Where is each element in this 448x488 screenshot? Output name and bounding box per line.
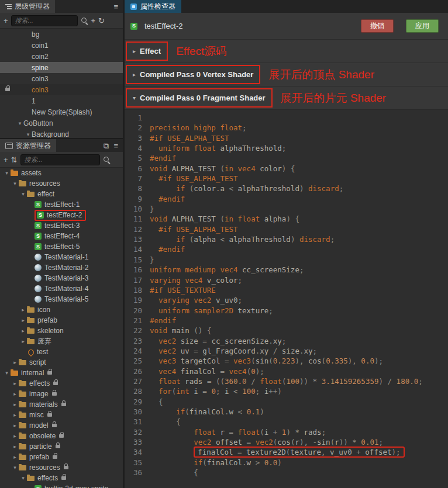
hierarchy-item-new-sprite(splash)[interactable]: New Sprite(Splash) — [0, 106, 123, 117]
chevron-right-icon[interactable]: ▸ — [12, 380, 18, 386]
chevron-down-icon[interactable]: ▾ — [16, 120, 23, 126]
popout-icon[interactable]: ⧉ — [104, 142, 109, 150]
code-text: } — [150, 204, 154, 214]
assets-search-input[interactable] — [20, 154, 100, 165]
panel-menu-icon[interactable]: ≡ — [113, 142, 118, 150]
hierarchy-item-1[interactable]: 1 — [0, 95, 123, 106]
asset-item-resources[interactable]: ▾resources — [0, 462, 123, 473]
chevron-right-icon[interactable]: ▸ — [12, 433, 18, 439]
line-number: 4 — [127, 143, 142, 153]
chevron-down-icon[interactable]: ▾ — [4, 170, 10, 176]
asset-item-obsolete[interactable]: ▸obsolete — [0, 431, 123, 441]
asset-item-testmaterial-4[interactable]: TestMaterial-4 — [0, 283, 123, 294]
asset-item-materials[interactable]: ▸materials — [0, 399, 123, 410]
chevron-right-icon[interactable]: ▸ — [12, 444, 18, 449]
add-asset-button[interactable]: + — [4, 156, 8, 164]
chevron-right-icon[interactable]: ▸ — [20, 328, 26, 334]
folder-icon — [19, 402, 26, 407]
asset-item-builtin-2d-gray-sprite[interactable]: builtin-2d-gray-sprite — [0, 483, 123, 488]
hierarchy-item-coin2[interactable]: coin2 — [0, 51, 123, 62]
shader-code-viewer[interactable]: 12precision highp float;3#if USE_ALPHA_T… — [125, 109, 448, 488]
chevron-right-icon[interactable]: ▸ — [12, 423, 18, 428]
lock-icon — [47, 371, 52, 375]
chevron-down-icon[interactable]: ▾ — [133, 95, 136, 101]
add-node-button[interactable]: + — [4, 17, 8, 25]
chevron-right-icon[interactable]: ▸ — [133, 71, 136, 78]
chevron-right-icon[interactable]: ▸ — [12, 391, 18, 397]
search-icon[interactable] — [103, 156, 111, 164]
hierarchy-item-gobutton[interactable]: ▾GoButton — [0, 117, 123, 129]
hierarchy-search-input[interactable] — [11, 15, 78, 26]
asset-item-testmaterial-5[interactable]: TestMaterial-5 — [0, 294, 123, 304]
asset-item-testmaterial-2[interactable]: TestMaterial-2 — [0, 262, 123, 273]
line-number: 11 — [127, 214, 142, 224]
chevron-right-icon[interactable]: ▸ — [12, 359, 18, 365]
asset-item-resources[interactable]: ▾resources — [0, 178, 123, 189]
asset-item-particle[interactable]: ▸particle — [0, 441, 123, 452]
annotation-box[interactable]: ▸ Effect — [126, 41, 168, 61]
chevron-right-icon[interactable]: ▸ — [20, 307, 26, 313]
asset-item-effect[interactable]: ▾effect — [0, 189, 123, 199]
line-number: 13 — [127, 234, 142, 244]
refresh-icon[interactable]: ↻ — [98, 17, 105, 25]
hierarchy-item-coin3[interactable]: coin3 — [0, 84, 123, 95]
undo-button[interactable]: 撤销 — [361, 19, 394, 33]
chevron-down-icon[interactable]: ▾ — [4, 370, 10, 376]
chevron-down-icon[interactable]: ▾ — [12, 181, 18, 186]
asset-item-testeffect-1[interactable]: testEffect-1 — [0, 199, 123, 210]
asset-item-prefab[interactable]: ▸prefab — [0, 315, 123, 326]
asset-item-model[interactable]: ▸model — [0, 420, 123, 431]
chevron-right-icon[interactable]: ▸ — [12, 412, 18, 418]
asset-item-废弃[interactable]: ▸废弃 — [0, 336, 123, 347]
asset-item-testeffect-2[interactable]: testEffect-2 — [0, 210, 123, 220]
asset-item-testeffect-5[interactable]: testEffect-5 — [0, 241, 123, 252]
apply-button[interactable]: 应用 — [406, 19, 439, 33]
asset-item-effects[interactable]: ▾effects — [0, 473, 123, 483]
chevron-right-icon[interactable]: ▸ — [20, 338, 26, 344]
chevron-down-icon[interactable]: ▾ — [20, 475, 26, 481]
code-text: #endif — [150, 153, 176, 163]
code-line: 28 for(int i = 0; i < 100; i++) — [127, 386, 448, 396]
asset-label: materials — [29, 400, 58, 409]
code-line: 20 uniform sampler2D texture; — [127, 306, 448, 316]
sort-icon[interactable]: ⇅ — [11, 156, 18, 164]
hierarchy-item-coin1[interactable]: coin1 — [0, 40, 123, 51]
asset-label: internal — [21, 369, 44, 377]
chevron-down-icon[interactable]: ▾ — [25, 131, 32, 137]
asset-item-test[interactable]: test — [0, 347, 123, 357]
asset-label: TestMaterial-1 — [44, 253, 88, 261]
annotation-box[interactable]: ▸ Compiled Pass 0 Vertex Shader — [126, 65, 260, 84]
tab-hierarchy[interactable]: 层级管理器 — [0, 0, 55, 13]
chevron-down-icon[interactable]: ▾ — [12, 465, 18, 470]
code-line: 11void ALPHA_TEST (in float alpha) { — [127, 214, 448, 224]
panel-menu-icon[interactable]: ≡ — [113, 3, 118, 11]
hierarchy-item-bg[interactable]: bg — [0, 29, 123, 40]
asset-item-icon[interactable]: ▸icon — [0, 304, 123, 315]
chevron-right-icon[interactable]: ▸ — [12, 454, 18, 460]
asset-item-misc[interactable]: ▸misc — [0, 410, 123, 420]
asset-item-script[interactable]: ▸script — [0, 357, 123, 368]
asset-item-testmaterial-3[interactable]: TestMaterial-3 — [0, 273, 123, 283]
search-icon[interactable] — [81, 17, 88, 25]
target-icon[interactable]: ⌖ — [91, 17, 95, 25]
tab-assets[interactable]: 资源管理器 — [0, 139, 56, 152]
hierarchy-item-spine[interactable]: spine — [0, 62, 123, 73]
tab-inspector[interactable]: 属性检查器 — [125, 0, 181, 13]
annotation-box[interactable]: ▾ Compiled Pass 0 Fragment Shader — [126, 88, 273, 108]
chevron-right-icon[interactable]: ▸ — [20, 317, 26, 323]
hierarchy-item-background[interactable]: ▾Background — [0, 129, 123, 138]
asset-item-image[interactable]: ▸image — [0, 389, 123, 399]
asset-item-testeffect-4[interactable]: testEffect-4 — [0, 231, 123, 241]
chevron-down-icon[interactable]: ▾ — [20, 191, 26, 197]
hierarchy-item-coin3[interactable]: coin3 — [0, 73, 123, 84]
asset-item-assets[interactable]: ▾assets — [0, 168, 123, 178]
asset-label: skeleton — [37, 327, 64, 335]
chevron-right-icon[interactable]: ▸ — [12, 402, 18, 407]
asset-item-testeffect-3[interactable]: testEffect-3 — [0, 220, 123, 231]
asset-item-testmaterial-1[interactable]: TestMaterial-1 — [0, 252, 123, 262]
asset-item-prefab[interactable]: ▸prefab — [0, 452, 123, 462]
asset-item-skeleton[interactable]: ▸skeleton — [0, 326, 123, 336]
asset-item-effects[interactable]: ▸effects — [0, 378, 123, 389]
asset-item-internal[interactable]: ▾internal — [0, 368, 123, 378]
chevron-right-icon[interactable]: ▸ — [133, 48, 136, 54]
